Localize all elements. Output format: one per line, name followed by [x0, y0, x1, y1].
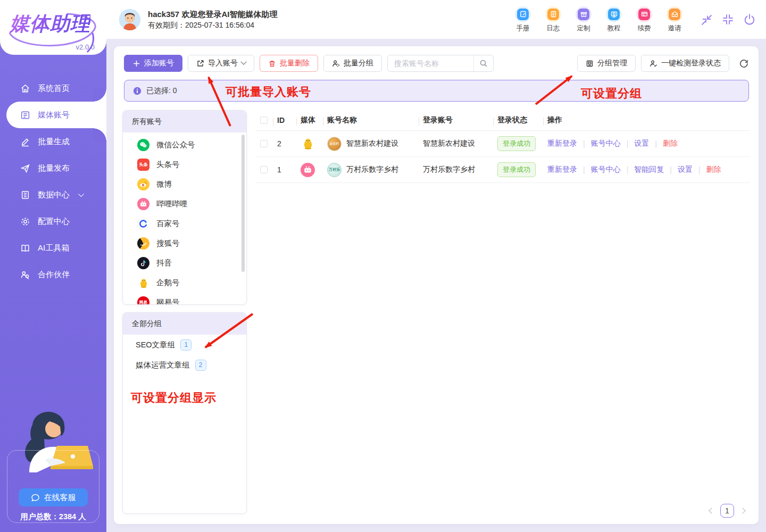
- baijia-icon: [137, 218, 149, 230]
- selection-info-bar: 已选择: 0: [124, 80, 749, 102]
- avatar-face: [119, 9, 140, 30]
- quicklink-tutorial[interactable]: 教程: [602, 6, 626, 33]
- sidebar-item-ai-toolbox[interactable]: AI工具箱: [0, 235, 106, 261]
- account-center-link[interactable]: 账号中心: [591, 165, 621, 174]
- chevron-down-icon: [78, 191, 84, 197]
- group-item-media-ops[interactable]: 媒体运营文章组 2: [123, 355, 246, 375]
- toolbar: 添加账号 导入账号 批量删除 批量分组: [124, 55, 749, 72]
- quicklink-invite[interactable]: 邀请: [663, 6, 686, 33]
- user-total: 用户总数：2384 人: [7, 512, 99, 522]
- platform-item-douyin[interactable]: 抖音: [123, 253, 246, 273]
- compress-icon[interactable]: [721, 13, 735, 26]
- support-card: 在线客服 用户总数：2384 人: [7, 450, 99, 523]
- relogin-link[interactable]: 重新登录: [547, 139, 577, 148]
- settings-link[interactable]: 设置: [678, 165, 693, 174]
- prev-page-icon[interactable]: [709, 508, 714, 513]
- account-center-link[interactable]: 账号中心: [591, 139, 621, 148]
- refresh-icon[interactable]: [739, 59, 749, 69]
- person-check-icon: [650, 60, 657, 68]
- row-checkbox[interactable]: [260, 140, 268, 147]
- accounts-table: ID 媒体 账号名称 登录账号 登录状态 操作 2 新农村 智慧新农村建设 智慧…: [256, 110, 750, 183]
- add-account-button[interactable]: 添加账号: [124, 55, 182, 72]
- quicklink-manual[interactable]: 手册: [511, 6, 535, 33]
- sidebar-item-media-accounts[interactable]: 媒体账号: [6, 102, 106, 128]
- platform-item-weibo[interactable]: 微博: [123, 174, 246, 194]
- sidebar-item-data-center[interactable]: 数据中心: [0, 181, 106, 208]
- sidebar-item-label: 批量生成: [38, 137, 70, 147]
- table-row: 1 万村乐 万村乐数字乡村 万村乐数字乡村 登录成功 重新登录| 账号中心| 智…: [256, 157, 750, 183]
- bilibili-icon: [137, 198, 149, 210]
- batch-delete-label: 批量删除: [280, 59, 310, 68]
- trash-icon: [268, 60, 276, 68]
- media-accounts-icon: [20, 110, 30, 120]
- scrollbar[interactable]: [242, 135, 245, 272]
- renew-icon: [638, 9, 650, 20]
- sidebar-item-batch-generate[interactable]: 批量生成: [0, 128, 106, 155]
- app-logo: 媒体助理: [10, 11, 90, 37]
- next-page-icon[interactable]: [739, 508, 745, 513]
- tutorial-icon: [608, 9, 620, 20]
- divider: |: [627, 165, 629, 174]
- quicklink-custom[interactable]: 定制: [572, 6, 595, 33]
- quicklink-log[interactable]: 日志: [542, 6, 565, 33]
- expiry-text: 有效期到：2025-07-31 16:56:04: [148, 20, 277, 31]
- toutiao-icon: 头条: [137, 159, 149, 171]
- platform-item-sohu[interactable]: 搜狐号: [123, 234, 246, 253]
- batch-delete-button[interactable]: 批量删除: [260, 55, 318, 72]
- app-version: v2.0.0: [76, 43, 95, 51]
- sidebar-item-batch-publish[interactable]: 批量发布: [0, 155, 106, 181]
- group-manage-button[interactable]: 分组管理: [577, 55, 636, 72]
- platform-item-bilibili[interactable]: 哔哩哔哩: [123, 194, 246, 214]
- quick-links: 手册 日志 定制 教程 续费: [511, 6, 686, 33]
- avatar[interactable]: [119, 9, 140, 30]
- book-icon: [20, 243, 30, 253]
- relogin-link[interactable]: 重新登录: [547, 165, 577, 174]
- sidebar-item-config-center[interactable]: 配置中心: [0, 208, 106, 235]
- sidebar-item-home[interactable]: 系统首页: [0, 75, 106, 102]
- quicklink-label: 续费: [638, 24, 651, 33]
- settings-link[interactable]: 设置: [634, 139, 649, 148]
- group-label: 媒体运营文章组: [136, 360, 190, 370]
- quicklink-label: 定制: [577, 24, 590, 33]
- logo-card: 媒体助理 v2.0.0: [0, 0, 106, 55]
- platform-item-baijia[interactable]: 百家号: [123, 214, 246, 234]
- groups-panel-title: 全部分组: [123, 313, 246, 335]
- search-icon[interactable]: [473, 55, 493, 71]
- online-support-button[interactable]: 在线客服: [19, 488, 88, 506]
- sidebar-item-label: AI工具箱: [38, 243, 69, 253]
- smart-reply-link[interactable]: 智能回复: [634, 165, 664, 174]
- sidebar: 媒体助理 v2.0.0 系统首页 媒体账号 批量生成 批量发布 数据中心 配置中…: [0, 0, 106, 532]
- group-manage-icon: [586, 60, 594, 68]
- platform-item-wangyi[interactable]: 网易 网易号: [123, 293, 246, 305]
- sidebar-item-label: 批量发布: [38, 163, 70, 173]
- select-all-checkbox[interactable]: [260, 117, 268, 124]
- search-input[interactable]: [388, 59, 473, 68]
- row-checkbox[interactable]: [260, 166, 268, 173]
- account-avatar: 万村乐: [327, 163, 342, 177]
- quicklink-renew[interactable]: 续费: [632, 6, 656, 33]
- account-name: 万村乐数字乡村: [346, 165, 398, 174]
- chevron-down-icon: [240, 59, 246, 65]
- batch-group-button[interactable]: 批量分组: [323, 55, 382, 72]
- platform-item-wechat[interactable]: 微信公众号: [123, 135, 246, 155]
- sidebar-item-label: 配置中心: [38, 217, 70, 227]
- platform-item-toutiao[interactable]: 头条 头条号: [123, 155, 246, 174]
- delete-link[interactable]: 删除: [706, 165, 721, 174]
- page-number[interactable]: 1: [720, 504, 734, 518]
- platform-label: 百家号: [156, 219, 180, 229]
- delete-link[interactable]: 删除: [663, 139, 678, 148]
- power-icon[interactable]: [743, 13, 756, 27]
- quicklink-label: 邀请: [668, 24, 681, 33]
- import-account-button[interactable]: 导入账号: [188, 55, 254, 72]
- check-login-label: 一键检测登录状态: [661, 59, 721, 68]
- collapse-icon[interactable]: [700, 13, 713, 26]
- platform-item-qie[interactable]: 企鹅号: [123, 273, 246, 293]
- group-item-seo[interactable]: SEO文章组 1: [123, 335, 246, 355]
- divider: |: [655, 139, 657, 148]
- sidebar-item-partners[interactable]: 合作伙伴: [0, 261, 106, 288]
- selected-count: 已选择: 0: [146, 86, 177, 96]
- status-badge: 登录成功: [497, 136, 536, 151]
- douyin-icon: [137, 257, 149, 269]
- check-login-button[interactable]: 一键检测登录状态: [641, 55, 729, 72]
- bilibili-icon: [301, 163, 315, 177]
